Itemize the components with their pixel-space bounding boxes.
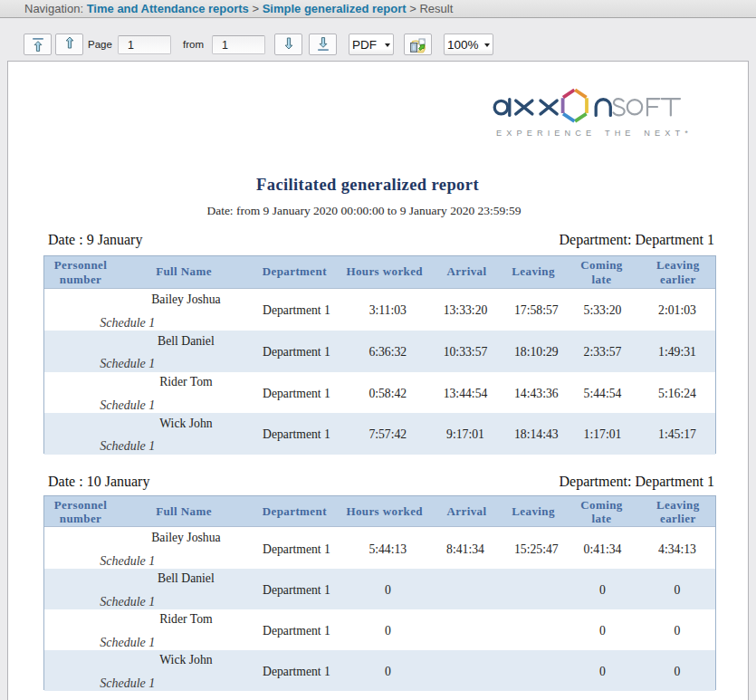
svg-text:EXPERIENCE THE NEXT*: EXPERIENCE THE NEXT* — [496, 129, 693, 138]
